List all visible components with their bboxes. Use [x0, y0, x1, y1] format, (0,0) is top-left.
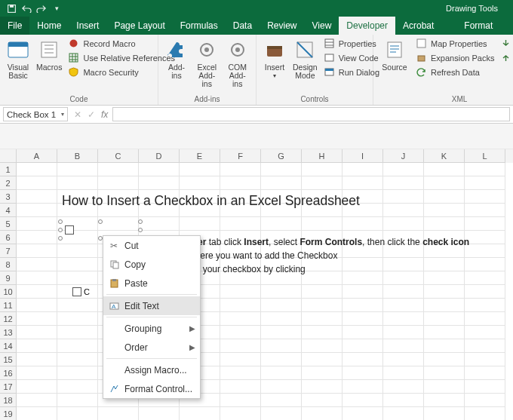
cell[interactable]: [343, 176, 383, 190]
col-header[interactable]: K: [424, 149, 465, 163]
cell[interactable]: [383, 258, 424, 271]
cell[interactable]: [343, 299, 383, 312]
cell[interactable]: [465, 244, 505, 258]
col-header[interactable]: A: [17, 149, 57, 163]
cell[interactable]: [302, 394, 343, 407]
cell[interactable]: [17, 339, 57, 353]
cell[interactable]: [383, 299, 424, 312]
cell[interactable]: [57, 353, 98, 366]
ctx-edit-text[interactable]: AEdit Text: [103, 296, 200, 315]
row-header[interactable]: 10: [0, 285, 17, 299]
tab-data[interactable]: Data: [226, 17, 260, 35]
cell[interactable]: [465, 163, 505, 176]
row-header[interactable]: 5: [0, 217, 17, 231]
cell[interactable]: [343, 366, 383, 380]
cell[interactable]: [261, 299, 302, 312]
cell[interactable]: [261, 326, 302, 339]
cell[interactable]: [57, 244, 98, 258]
row-header[interactable]: 14: [0, 339, 17, 353]
cell[interactable]: [220, 366, 261, 380]
cell[interactable]: [17, 285, 57, 299]
cell[interactable]: [302, 217, 343, 231]
cell[interactable]: [139, 217, 180, 231]
cell[interactable]: [302, 312, 343, 326]
cell[interactable]: [343, 163, 383, 176]
refresh-data-button[interactable]: Refresh Data: [416, 66, 494, 78]
tab-formulas[interactable]: Formulas: [173, 17, 226, 35]
cell[interactable]: [302, 176, 343, 190]
cell[interactable]: [383, 366, 424, 380]
run-dialog-button[interactable]: Run Dialog: [324, 66, 379, 78]
cell[interactable]: [261, 163, 302, 176]
cell[interactable]: [57, 339, 98, 353]
cell[interactable]: [98, 176, 139, 190]
row-header[interactable]: 18: [0, 394, 17, 407]
import-button[interactable]: Import: [500, 38, 513, 49]
cell[interactable]: [220, 176, 261, 190]
cell[interactable]: [424, 217, 465, 231]
cell[interactable]: [261, 217, 302, 231]
cell[interactable]: [139, 163, 180, 176]
ctx-paste[interactable]: Paste: [103, 274, 200, 293]
cell[interactable]: [343, 394, 383, 407]
cell[interactable]: [465, 366, 505, 380]
cell[interactable]: [424, 299, 465, 312]
ctx-grouping[interactable]: Grouping▶: [103, 319, 200, 338]
cell[interactable]: [220, 380, 261, 394]
cell[interactable]: [343, 380, 383, 394]
cell[interactable]: [261, 339, 302, 353]
tab-insert[interactable]: Insert: [69, 17, 106, 35]
addins-button[interactable]: Add- ins: [164, 38, 189, 80]
cell[interactable]: [17, 271, 57, 285]
col-header[interactable]: B: [57, 149, 98, 163]
macros-button[interactable]: Macros: [36, 38, 62, 72]
undo-icon[interactable]: [21, 3, 32, 14]
cell[interactable]: [180, 217, 220, 231]
cell[interactable]: [424, 271, 465, 285]
cell[interactable]: [465, 326, 505, 339]
ctx-order[interactable]: Order▶: [103, 338, 200, 357]
cell[interactable]: [17, 366, 57, 380]
cell[interactable]: [383, 394, 424, 407]
cell[interactable]: [424, 407, 465, 420]
cell[interactable]: [343, 217, 383, 231]
cell[interactable]: [57, 407, 98, 420]
cell[interactable]: [465, 312, 505, 326]
cell[interactable]: [424, 366, 465, 380]
cell[interactable]: [220, 299, 261, 312]
cell[interactable]: [220, 394, 261, 407]
cell[interactable]: [465, 217, 505, 231]
redo-icon[interactable]: [36, 3, 47, 14]
row-header[interactable]: 13: [0, 326, 17, 339]
cell[interactable]: [57, 394, 98, 407]
tab-acrobat[interactable]: Acrobat: [395, 17, 441, 35]
cell[interactable]: [465, 204, 505, 217]
cell[interactable]: [261, 312, 302, 326]
cell[interactable]: [98, 407, 139, 420]
cell[interactable]: [424, 204, 465, 217]
cell[interactable]: [220, 312, 261, 326]
row-header[interactable]: 3: [0, 190, 17, 204]
row-header[interactable]: 16: [0, 366, 17, 380]
cell[interactable]: [383, 326, 424, 339]
cell[interactable]: [17, 353, 57, 366]
cell[interactable]: [139, 176, 180, 190]
formula-bar[interactable]: [112, 107, 510, 121]
col-header[interactable]: G: [261, 149, 302, 163]
design-mode-button[interactable]: Design Mode: [293, 38, 318, 80]
cell[interactable]: [424, 285, 465, 299]
row-header[interactable]: 6: [0, 231, 17, 244]
cell[interactable]: [17, 204, 57, 217]
cell[interactable]: [261, 380, 302, 394]
cell[interactable]: [57, 258, 98, 271]
cell[interactable]: [343, 258, 383, 271]
row-header[interactable]: 7: [0, 244, 17, 258]
cell[interactable]: [220, 407, 261, 420]
cell[interactable]: [57, 299, 98, 312]
cell[interactable]: [57, 176, 98, 190]
tab-developer[interactable]: Developer: [339, 17, 395, 35]
cell[interactable]: [424, 380, 465, 394]
save-icon[interactable]: [6, 3, 17, 14]
cell[interactable]: [383, 407, 424, 420]
ctx-assign-macro[interactable]: Assign Macro...: [103, 360, 200, 379]
